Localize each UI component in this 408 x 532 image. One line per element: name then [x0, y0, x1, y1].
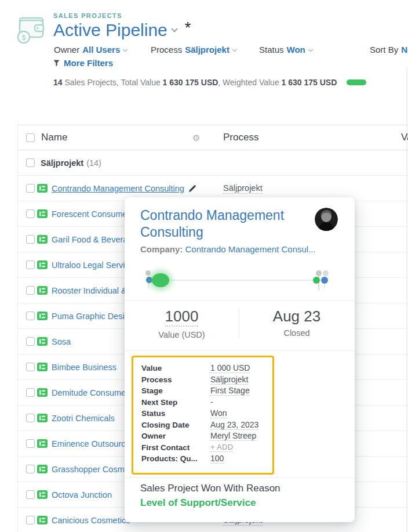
divider	[125, 301, 355, 301]
unsaved-indicator: *	[185, 19, 191, 37]
filter-bar: OwnerAll Users ProcessSäljprojekt Status…	[0, 45, 408, 56]
row-checkbox[interactable]	[26, 337, 35, 346]
milestone-dot-gray	[323, 270, 329, 276]
owner-filter[interactable]: OwnerAll Users	[54, 45, 127, 55]
sales-project-popup: Contrando Management Consulting Company:…	[125, 197, 355, 522]
company-link[interactable]: Contrando Management Consul...	[185, 244, 316, 254]
value-stat-number[interactable]: 1000	[165, 307, 199, 327]
sales-project-icon	[37, 235, 48, 244]
sales-project-link[interactable]: Bimbee Business	[52, 363, 116, 372]
page-title: Active Pipeline	[53, 20, 167, 40]
sales-project-link[interactable]: Sosa	[52, 337, 71, 346]
chevron-down-icon	[123, 47, 128, 52]
group-checkbox[interactable]	[26, 158, 35, 167]
sales-project-link[interactable]: Forescent Consumer	[52, 209, 130, 219]
sales-project-icon	[37, 184, 48, 193]
details-highlight-box: Value1 000 USD ProcessSäljprojekt StageF…	[132, 356, 274, 475]
status-filter[interactable]: StatusWon	[259, 45, 312, 55]
field-row: First Contact+ ADD	[141, 442, 272, 454]
won-reason-value: Level of Support/Service	[140, 497, 256, 509]
pipeline-summary: 14 Sales Projects, Total Value 1 630 175…	[53, 78, 366, 87]
won-reason-line: Sales Project Won With Reason	[140, 483, 280, 494]
sort-by-filter[interactable]: Sort ByNu	[370, 45, 408, 55]
divider	[125, 477, 355, 478]
row-checkbox[interactable]	[26, 388, 35, 397]
svg-text:$: $	[22, 34, 26, 42]
gear-icon[interactable]: ⚙	[192, 132, 200, 144]
project-count: 14	[53, 78, 63, 87]
field-row: StatusWon	[141, 408, 272, 419]
sales-project-link[interactable]: Garil Food & Bevera	[52, 235, 128, 244]
more-filters-button[interactable]: More Filters	[53, 58, 113, 68]
milestone-dot-green	[313, 277, 320, 284]
row-checkbox[interactable]	[26, 209, 35, 218]
process-filter[interactable]: ProcessSäljprojekt	[151, 45, 236, 55]
milestone-dot-blue	[321, 277, 328, 284]
closed-stat-caption: Closed	[239, 328, 355, 338]
value-stat: 1000 Value (USD)	[125, 307, 239, 339]
select-all-checkbox[interactable]	[26, 133, 35, 142]
row-checkbox[interactable]	[26, 490, 35, 499]
sales-project-icon	[37, 286, 48, 295]
row-checkbox[interactable]	[26, 260, 35, 269]
sales-project-link[interactable]: Zootri Chemicals	[52, 414, 115, 423]
sales-project-icon	[37, 337, 48, 346]
column-header-value[interactable]: Value	[401, 132, 408, 143]
sales-project-link[interactable]: Ultraloo Legal Servic	[52, 260, 129, 270]
sales-project-icon	[37, 490, 48, 499]
row-checkbox[interactable]	[26, 465, 35, 473]
value-stat-caption: Value (USD)	[125, 330, 239, 339]
row-process-value[interactable]: Säljprojekt	[223, 183, 263, 194]
popup-title: Contrando Management Consulting	[140, 207, 314, 241]
sales-project-icon	[37, 260, 48, 269]
row-checkbox[interactable]	[26, 516, 35, 524]
field-row: Value1 000 USD	[141, 363, 272, 374]
column-header-process[interactable]: Process	[223, 132, 258, 143]
closed-stat: Aug 23 Closed	[239, 307, 355, 338]
sales-project-link[interactable]: Contrando Management Consulting	[52, 184, 184, 193]
sales-project-icon	[37, 363, 48, 371]
field-row: Next Step-	[141, 397, 272, 408]
group-row: Säljprojekt (14)	[17, 150, 408, 176]
row-checkbox[interactable]	[26, 312, 35, 320]
row-checkbox[interactable]	[26, 439, 35, 448]
sales-project-link[interactable]: Puma Graphic Desig	[52, 312, 129, 321]
summary-progress-pill	[347, 79, 366, 85]
column-header-name[interactable]: Name	[41, 132, 67, 143]
chevron-down-icon	[308, 47, 313, 52]
sales-project-icon	[37, 439, 48, 448]
field-row: OwnerMeryl Streep	[141, 430, 272, 442]
chevron-down-icon	[232, 47, 237, 52]
add-first-contact-button[interactable]: + ADD	[210, 443, 233, 452]
company-line: Company: Contrando Management Consul...	[140, 244, 316, 254]
divider	[125, 350, 355, 351]
sales-project-link[interactable]: Rooster Individual &	[52, 286, 127, 295]
row-checkbox[interactable]	[26, 363, 35, 371]
row-checkbox[interactable]	[26, 286, 35, 295]
field-row: Products: Qu...100	[141, 453, 272, 465]
sales-project-link[interactable]: Canicious Cosmetics	[52, 516, 130, 525]
sales-project-link[interactable]: Octova Junction	[52, 490, 112, 500]
sales-project-link[interactable]: Eminence Outsourci	[52, 439, 128, 448]
field-row: ProcessSäljprojekt	[141, 374, 272, 386]
sales-project-link[interactable]: Demitude Consume	[52, 388, 126, 397]
funnel-icon	[53, 60, 60, 66]
avatar	[315, 208, 338, 231]
weighted-value: 1 630 175 USD	[282, 78, 337, 87]
row-checkbox[interactable]	[26, 414, 35, 422]
sales-project-icon	[37, 388, 48, 397]
row-checkbox[interactable]	[26, 184, 35, 193]
sales-project-icon	[37, 465, 48, 473]
sales-project-icon	[37, 209, 48, 218]
field-row: StageFirst Stage	[141, 385, 272, 397]
sales-project-icon	[37, 516, 48, 524]
sales-project-icon	[37, 312, 48, 320]
wallet-icon: $	[16, 14, 46, 44]
table-header: Name ⚙ Process Value	[17, 125, 408, 150]
milestone-dot-gray	[316, 270, 322, 276]
chevron-down-icon[interactable]	[171, 26, 177, 32]
sales-project-link[interactable]: Grasshopper Cosme	[52, 465, 129, 474]
row-checkbox[interactable]	[26, 235, 35, 244]
pencil-icon[interactable]	[188, 184, 196, 193]
current-stage-blob[interactable]	[152, 273, 169, 287]
